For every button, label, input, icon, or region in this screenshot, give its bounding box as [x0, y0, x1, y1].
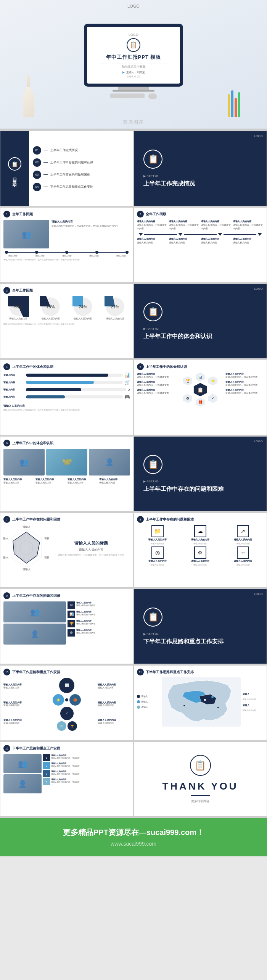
map-legend-right: 请输入 请输入相关内容 请输入 请输入相关内容	[243, 693, 264, 711]
section-content-1: 请输入人员的内容 请输入相关的详细内容，可以修改文本，也可以直接粘贴文字内容	[3, 220, 130, 248]
icon-item-5: ⚙ 请输入人员的内容 请输入相关内容	[180, 546, 220, 566]
slide-pie-charts: 3 全年工作回顾 68% 请输入人员的内容	[0, 284, 134, 359]
title-slide: LOGO LOGO 📋	[0, 0, 267, 130]
divider-part-3: ▶ PART 03	[143, 480, 257, 483]
bar-content: 请输入内容 📊 请输入内容 🛒 请输入内容	[3, 372, 130, 400]
pie-label-2: 请输入人员的内容	[39, 317, 62, 321]
pie-label-1: 请输入人员的内容	[7, 317, 30, 321]
prob-title: 上半年工作中存在的问题和困难	[12, 593, 60, 598]
divider-logo-2: LOGO	[254, 287, 263, 290]
divider-logo-1: LOGO	[254, 134, 263, 138]
toc-text-3: 上半年工作存在的问题和困难	[50, 172, 90, 177]
hex-text-left: 请输入人员的内容请输入相关内容，可以修改文本 请输入人员的内容请输入相关内容，可…	[137, 372, 175, 407]
section-header-2: 2 全年工作回顾	[137, 211, 264, 218]
map-header: 11 下半年工作思路和重点工作安排	[137, 669, 264, 675]
monitor-subtitle: 在此处添加小标题	[121, 64, 146, 69]
icon-item-6: ↔ 请输入人员的内容 请输入相关内容	[223, 546, 264, 566]
circles-content: 请输入人员的内容请输入相关内容 请输入人员的内容请输入相关内容 请输入人员的内容…	[3, 678, 130, 731]
divider-icon-2: 📋	[143, 302, 162, 321]
svg-point-27	[211, 696, 214, 698]
divider-icon-1: 📋	[143, 150, 162, 169]
monitor-logo: LOGO	[129, 33, 138, 37]
toc-num-2: 02	[33, 158, 41, 167]
pie-1: 68% 请输入人员的内容	[7, 296, 30, 321]
radar-text: 请输入人员的标题 请输入人员的内容 请输入相关的详细内容，可以修改文本，也可以直…	[52, 525, 130, 572]
grid-item-2b: 请输入人员的内容请输入相关内容	[169, 237, 199, 245]
row-3: 3 全年工作回顾 68% 请输入人员的内容	[0, 284, 267, 359]
divider-logo-4: LOGO	[254, 592, 263, 596]
prob-photos	[3, 601, 66, 645]
pie-4: 21% 请输入人员的内容	[104, 296, 127, 321]
toc-item-3: 03 上半年工作存在的问题和困难	[33, 171, 129, 179]
slide-plan-photos: 12 下半年工作思路和重点工作安排 1 请输入人员的内容请输入相关的详细内容，可…	[0, 741, 134, 817]
divider-title-2: 上半年工作中的体会和认识	[143, 333, 257, 340]
slide-radar: 7 上半年工作中存在的问题和困难	[0, 513, 134, 588]
prob-items: ✉ 请输入人员的内容请输入相关的详细内容 📊 请输入人员的内容请输入相关的详细内…	[68, 601, 130, 645]
monitor: LOGO 📋 年中工作汇报PPT 模板 在此处添加小标题 ▶ 主讲人：刘某某 2…	[84, 24, 183, 99]
toc-num-4: 04	[33, 183, 41, 191]
slide-hex-grid: 5 上半年工作中的体会和认识 请输入人员的内容请输入相关内容，可以修改文本 请输…	[134, 360, 267, 435]
toc-item-1: 01 上半年工作完成情况	[33, 146, 129, 155]
slide-problem-photos: 9 上半年工作中存在的问题和困难 ✉ 请输入人员的内容请输入相关的详细内容 📊	[0, 589, 134, 664]
plan-item-2: 2 请输入人员的内容请输入相关的详细内容，可以修改	[43, 762, 130, 769]
pie-label-3: 请输入人员的内容	[71, 317, 94, 321]
divider-part-1: ▶ PART 01	[143, 174, 257, 178]
grid-item-1b: 请输入人员的内容请输入相关内容，可以修改文本内容	[169, 220, 199, 230]
watermark: 菜鸟图库	[123, 119, 144, 126]
icons-grid: 📁 请输入人员的内容 请输入相关内容 ☁ 请输入人员的内容 请输入相关内容 ↗ …	[137, 525, 264, 566]
circles-title: 下半年工作思路和重点工作安排	[12, 670, 60, 675]
plan-header: 12 下半年工作思路和重点工作安排	[3, 745, 130, 752]
icon-item-2: ☁ 请输入人员的内容 请输入相关内容	[180, 525, 220, 545]
svg-text:请输入: 请输入	[3, 556, 8, 559]
divider-2: LOGO 📋 ▶ PART 02 上半年工作中的体会和认识	[134, 284, 267, 359]
grid-item-2a: 请输入人员的内容请输入相关内容	[137, 237, 167, 245]
hex-center: 📋 📊 ⭐ ✓ 🎁 ⚙ 🏆	[177, 372, 223, 407]
slide-icons-arrows: 8 上半年工作中存在的问题和困难 📁 请输入人员的内容 请输入相关内容 ☁ 请输…	[134, 513, 267, 588]
divider-title-3: 上半年工作中存在的问题和困难	[143, 485, 257, 493]
plan-title: 下半年工作思路和重点工作安排	[12, 746, 60, 751]
pie-footer: 请输入相关的详细内容，可以修改文本，也可以直接粘贴文字内容，请输入相关内容	[3, 323, 130, 325]
timeline-1: 请输入内容 请输入内容 请输入内容 请输入内容 请输入内容	[3, 251, 130, 257]
radar-header: 7 上半年工作中存在的问题和困难	[3, 516, 130, 523]
radar-content: 请输入 请输入 请输入 请输入 请输入 请输入 请输入人员的标题 请输入人员的内…	[3, 525, 130, 572]
banner-sub: www.sucai999.com	[8, 841, 259, 847]
plan-photo-2	[3, 774, 42, 793]
bar-row-1: 请输入内容 📊	[3, 372, 130, 378]
prob-photo-2	[3, 624, 66, 645]
photo-group-3	[89, 449, 130, 475]
pie-label-4: 请输入人员的内容	[104, 317, 127, 321]
toc-icon: 📋	[8, 157, 21, 171]
toc-item-4: 04 下半年工作思路和重点工作安排	[33, 183, 129, 191]
row-7: 9 上半年工作中存在的问题和困难 ✉ 请输入人员的内容请输入相关的详细内容 📊	[0, 589, 267, 664]
plan-photos	[3, 754, 42, 793]
divider-3: LOGO 📋 ▶ PART 03 上半年工作中存在的问题和困难	[134, 436, 267, 511]
circles-header: 10 下半年工作思路和重点工作安排	[3, 669, 130, 675]
svg-text:21%: 21%	[111, 305, 119, 309]
thankyou-icon: 📋	[190, 755, 211, 776]
svg-text:请输入: 请输入	[23, 525, 31, 529]
icon-item-4: ◎ 请输入人员的内容 请输入相关内容	[137, 546, 178, 566]
photo-captions: 请输入人员的内容请输入相关内容 请输入人员的内容请输入相关内容 请输入人员的内容…	[3, 478, 130, 485]
svg-point-26	[204, 699, 206, 701]
row-2: 1 全年工作回顾 请输入人员的内容 请输入相关的详细内容，可以修改文本，也可以直…	[0, 207, 267, 282]
svg-text:请输入: 请输入	[44, 537, 49, 540]
row-4: 4 上半年工作中的体会和认识 请输入内容 📊 请输入内容	[0, 360, 267, 435]
radar-chart: 请输入 请输入 请输入 请输入 请输入 请输入	[3, 525, 49, 572]
toc-num-1: 01	[33, 146, 41, 155]
svg-text:24%: 24%	[79, 305, 87, 309]
grid-item-2d: 请输入人员的内容请输入相关内容	[233, 237, 264, 245]
grid-4col-2: 请输入人员的内容请输入相关内容 请输入人员的内容请输入相关内容 请输入人员的内容…	[137, 237, 264, 245]
pie-title: 全年工作回顾	[12, 288, 33, 293]
prob-header: 9 上半年工作中存在的问题和困难	[3, 592, 130, 599]
icons-header: 8 上半年工作中存在的问题和困难	[137, 516, 264, 523]
svg-point-25	[191, 697, 193, 699]
hex-center-icon: 📋	[194, 383, 207, 397]
toc-text-4: 下半年工作思路和重点工作安排	[50, 185, 93, 189]
divider-title-1: 上半年工作完成情况	[143, 180, 257, 187]
slide-circles: 10 下半年工作思路和重点工作安排 请输入人员的内容请输入相关内容 请输入人员的…	[0, 665, 134, 740]
svg-text:68%: 68%	[14, 305, 23, 309]
toc-text-1: 上半年工作完成情况	[50, 148, 78, 152]
timeline-labels: 请输入内容 请输入内容 请输入内容 请输入内容 请输入内容	[5, 255, 129, 257]
toc-item-2: 02 上半年工作中存在的问题和认识	[33, 158, 129, 167]
photos-header: 6 上半年工作中的体会和认识	[3, 440, 130, 446]
